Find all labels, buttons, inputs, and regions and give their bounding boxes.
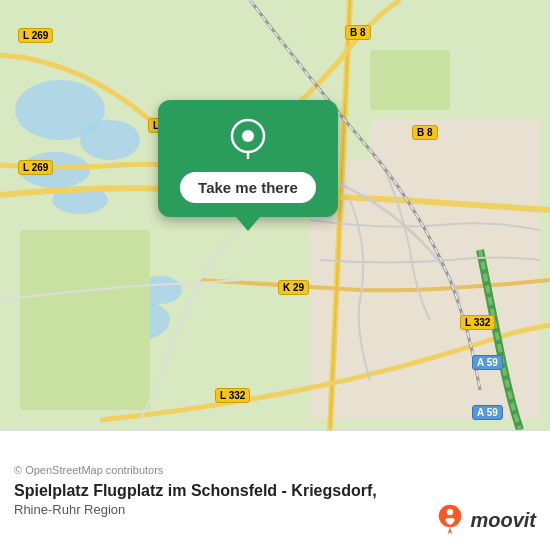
moovit-logo: moovit: [434, 504, 536, 536]
take-me-there-button[interactable]: Take me there: [180, 172, 316, 203]
svg-point-15: [242, 130, 254, 142]
road-label-l269-low: L 269: [18, 160, 53, 175]
road-label-k29: K 29: [278, 280, 309, 295]
road-label-l332-right: L 332: [460, 315, 495, 330]
location-pin-icon: [226, 118, 270, 162]
app-container: L 269 L 269 L 269 B 8 B 8 K 29 L 332 L 3…: [0, 0, 550, 550]
info-panel: © OpenStreetMap contributors Spielplatz …: [0, 430, 550, 550]
road-label-a59-right: A 59: [472, 355, 503, 370]
svg-point-17: [447, 509, 453, 515]
place-name: Spielplatz Flugplatz im Schonsfeld - Kri…: [14, 482, 536, 500]
moovit-icon: [434, 504, 466, 536]
svg-rect-8: [20, 230, 150, 410]
location-popup: Take me there: [158, 100, 338, 217]
svg-rect-9: [370, 50, 450, 110]
road-label-b8-mid: B 8: [412, 125, 438, 140]
road-label-l332-bot: L 332: [215, 388, 250, 403]
map-background: L 269 L 269 L 269 B 8 B 8 K 29 L 332 L 3…: [0, 0, 550, 430]
moovit-text: moovit: [470, 509, 536, 532]
copyright-text: © OpenStreetMap contributors: [14, 464, 536, 476]
road-label-a59-bot: A 59: [472, 405, 503, 420]
road-label-b8-top: B 8: [345, 25, 371, 40]
svg-point-1: [80, 120, 140, 160]
road-label-l269-top: L 269: [18, 28, 53, 43]
